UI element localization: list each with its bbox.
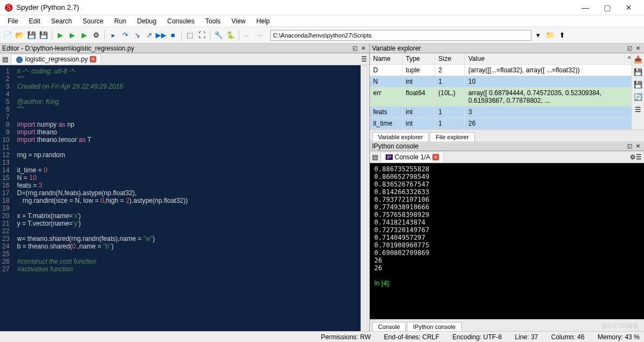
tab-label: logistic_regression.py (25, 55, 88, 63)
back-icon[interactable]: ← (242, 30, 253, 41)
tab-file[interactable]: ⬤ logistic_regression.py ✕ (11, 54, 101, 64)
menu-tools[interactable]: Tools (200, 16, 226, 26)
console-tab[interactable]: IP Console 1/A ✕ (381, 152, 444, 162)
tab-list-icon[interactable]: ▤ (2, 55, 11, 63)
console-tabbar: ▤ IP Console 1/A ✕ ⚙ ☰ (370, 151, 644, 163)
col-scroll: ^ (624, 53, 632, 64)
options-icon[interactable]: ☰ (361, 55, 367, 63)
menu-view[interactable]: View (226, 16, 251, 26)
menu-file[interactable]: File (2, 16, 23, 26)
console-pane-title: IPython console ◱ ✕ (370, 141, 644, 151)
options-icon[interactable]: ☰ (636, 153, 642, 161)
save-icon[interactable]: 💾 (26, 30, 37, 41)
save-as-icon[interactable]: 💾 (634, 80, 642, 89)
python-path-icon[interactable]: 🐍 (225, 30, 236, 41)
status-eol: End-of-lines: CRLF (384, 333, 439, 341)
menu-edit[interactable]: Edit (23, 16, 46, 26)
fullscreen-icon[interactable]: ⛶ (196, 30, 207, 41)
var-row[interactable]: Dtuple2(array([[...=float32), array([ ..… (370, 65, 632, 76)
maximize-button[interactable]: ▢ (596, 3, 618, 12)
separator (181, 30, 182, 41)
var-explorer-wrap: Name Type Size Value ^ Dtuple2(array([[.… (370, 53, 644, 129)
var-title-text: Variable explorer (372, 45, 421, 52)
menu-source[interactable]: Source (77, 16, 109, 26)
python-file-icon: ⬤ (16, 55, 23, 63)
run-selection-icon[interactable]: ▶ (79, 30, 90, 41)
separator (210, 30, 210, 41)
code-editor[interactable]: 1234567891011121314151617181920212223242… (0, 65, 369, 331)
var-row[interactable]: Nint110 (370, 76, 632, 88)
ipython-icon: IP (386, 154, 393, 160)
separator (104, 30, 105, 41)
pane-close-icon[interactable]: ✕ (634, 45, 642, 51)
save-all-icon[interactable]: 💾 (38, 30, 49, 41)
menu-help[interactable]: Help (251, 16, 275, 26)
working-dir-input[interactable] (270, 30, 531, 41)
window-title: Spyder (Python 2.7) (16, 3, 574, 11)
continue-icon[interactable]: ▶▶ (156, 30, 166, 41)
run-cell-icon[interactable]: ▶ (67, 30, 78, 41)
interrupt-icon[interactable]: ⚙ (630, 153, 636, 161)
max-icon[interactable]: ⬚ (184, 30, 195, 41)
tab-variable-explorer[interactable]: Variable explorer (372, 132, 429, 141)
open-file-icon[interactable]: 📂 (14, 30, 25, 41)
tab-file-explorer[interactable]: File explorer (430, 132, 475, 141)
var-row[interactable]: it_timeint126 (370, 118, 632, 129)
editor-tabbar: ▤ ⬤ logistic_regression.py ✕ ☰ (0, 53, 369, 65)
status-memory: Memory: 43 % (598, 333, 640, 341)
save-data-icon[interactable]: 💾 (634, 68, 642, 76)
editor-scrollbar[interactable] (361, 65, 369, 331)
tab-ipython-console[interactable]: IPython console (407, 322, 461, 331)
minimize-button[interactable]: — (574, 3, 596, 12)
menu-search[interactable]: Search (46, 16, 77, 26)
dir-dropdown-icon[interactable]: ▾ (532, 30, 543, 41)
pane-undock-icon[interactable]: ◱ (351, 45, 358, 51)
menu-consoles[interactable]: Consoles (162, 16, 200, 26)
console-tab-label: Console 1/A (395, 153, 430, 161)
pane-undock-icon[interactable]: ◱ (626, 143, 633, 149)
run-icon[interactable]: ▶ (55, 30, 66, 41)
var-tabs: Variable explorerFile explorer (370, 129, 644, 141)
col-type[interactable]: Type (403, 53, 435, 64)
step-over-icon[interactable]: ↷ (120, 30, 131, 41)
options-icon[interactable]: ☰ (635, 105, 641, 114)
refresh-icon[interactable]: 🔄 (634, 93, 642, 101)
step-out-icon[interactable]: ↗ (144, 30, 154, 41)
col-size[interactable]: Size (435, 53, 465, 64)
pane-close-icon[interactable]: ✕ (634, 143, 642, 149)
var-toolbar: 📥 💾 💾 🔄 ☰ (632, 53, 644, 129)
separator (52, 30, 52, 41)
console-title-text: IPython console (372, 142, 418, 150)
preferences-icon[interactable]: 🔧 (213, 30, 224, 41)
editor-pane-title: Editor - D:\python-learn\logistic_regres… (0, 43, 369, 53)
col-value[interactable]: Value (465, 53, 624, 64)
col-name[interactable]: Name (370, 53, 403, 64)
tab-close-icon[interactable]: ✕ (432, 154, 439, 160)
menu-bar: FileEditSearchSourceRunDebugConsolesTool… (0, 15, 644, 27)
step-into-icon[interactable]: ↘ (132, 30, 143, 41)
new-file-icon[interactable]: 📄 (2, 30, 13, 41)
pane-close-icon[interactable]: ✕ (360, 45, 367, 51)
separator (239, 30, 239, 41)
var-row[interactable]: errfloat64(10L,)array([ 0.68794444, 0.74… (370, 88, 632, 107)
tab-close-icon[interactable]: ✕ (90, 56, 96, 63)
debug-icon[interactable]: ▸ (108, 30, 119, 41)
menu-debug[interactable]: Debug (132, 16, 162, 26)
stop-icon[interactable]: ■ (168, 30, 178, 41)
import-data-icon[interactable]: 📥 (634, 55, 642, 64)
status-column: Column: 46 (551, 333, 584, 341)
run-config-icon[interactable]: ⚙ (91, 30, 102, 41)
tab-list-icon[interactable]: ▤ (372, 153, 381, 161)
close-button[interactable]: ✕ (618, 3, 640, 12)
status-line: Line: 37 (515, 333, 538, 341)
console-area: 0.886735255828 0.860652798549 0.83652676… (370, 163, 644, 319)
parent-dir-icon[interactable]: ⬆ (556, 30, 567, 41)
console-output[interactable]: 0.886735255828 0.860652798549 0.83652676… (370, 163, 644, 319)
pane-undock-icon[interactable]: ◱ (626, 45, 633, 51)
menu-run[interactable]: Run (109, 16, 132, 26)
forward-icon[interactable]: → (254, 30, 265, 41)
tab-console[interactable]: Console (372, 322, 406, 331)
var-pane-title: Variable explorer ◱ ✕ (370, 43, 644, 53)
browse-dir-icon[interactable]: 📁 (544, 30, 555, 41)
var-row[interactable]: featsint13 (370, 107, 632, 118)
